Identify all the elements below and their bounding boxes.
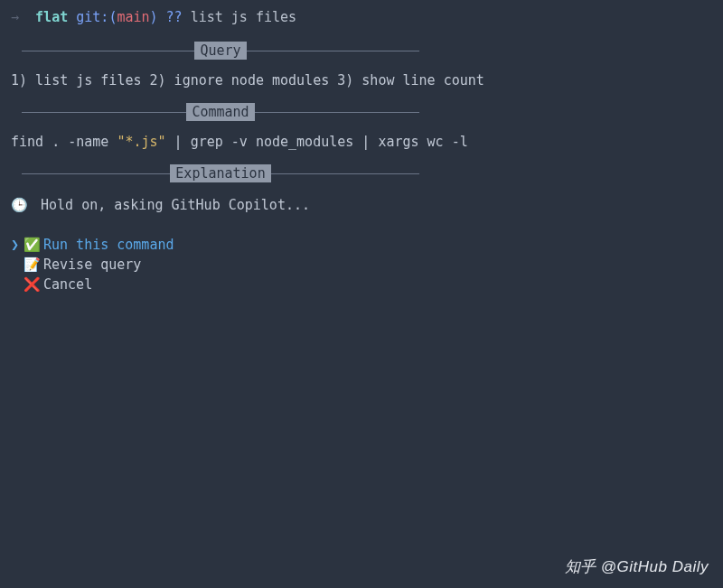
- clock-icon: 🕒: [11, 197, 28, 213]
- paren-close: ): [150, 9, 158, 25]
- menu-item-cancel[interactable]: ❌Cancel: [11, 275, 712, 294]
- watermark: 知乎 @GitHub Daily: [565, 556, 709, 577]
- command-label: Command: [186, 103, 254, 121]
- query-text: 1) list js files 2) ignore node modules …: [11, 72, 712, 89]
- check-icon: ✅: [23, 235, 41, 255]
- prompt-input: list js files: [191, 9, 296, 25]
- prompt-qmark: ??: [166, 9, 183, 25]
- cross-icon: ❌: [23, 275, 41, 294]
- menu-item-run[interactable]: ❯✅Run this command: [11, 235, 712, 255]
- query-label: Query: [194, 42, 246, 60]
- menu-label: Revise query: [43, 255, 141, 275]
- memo-icon: 📝: [23, 255, 41, 275]
- shell-prompt[interactable]: → flat git:(main) ?? list js files: [11, 9, 712, 25]
- command-text: find . -name "*.js" | grep -v node_modul…: [11, 134, 712, 150]
- command-divider: Command: [22, 103, 419, 121]
- status-text: Hold on, asking GitHub Copilot...: [41, 197, 310, 213]
- prompt-git: git:: [76, 9, 108, 25]
- status-line: 🕒 Hold on, asking GitHub Copilot...: [11, 197, 712, 213]
- prompt-arrow: →: [11, 9, 19, 25]
- explanation-label: Explanation: [170, 164, 270, 182]
- explanation-divider: Explanation: [22, 164, 419, 182]
- menu-label: Cancel: [43, 275, 92, 294]
- query-divider: Query: [22, 42, 419, 60]
- prompt-branch: main: [117, 9, 149, 25]
- menu-caret: ❯: [11, 235, 23, 255]
- menu-item-revise[interactable]: 📝 Revise query: [11, 255, 712, 275]
- prompt-dir: flat: [35, 9, 68, 25]
- action-menu: ❯✅Run this command 📝 Revise query ❌Cance…: [11, 235, 712, 294]
- menu-label: Run this command: [43, 235, 174, 255]
